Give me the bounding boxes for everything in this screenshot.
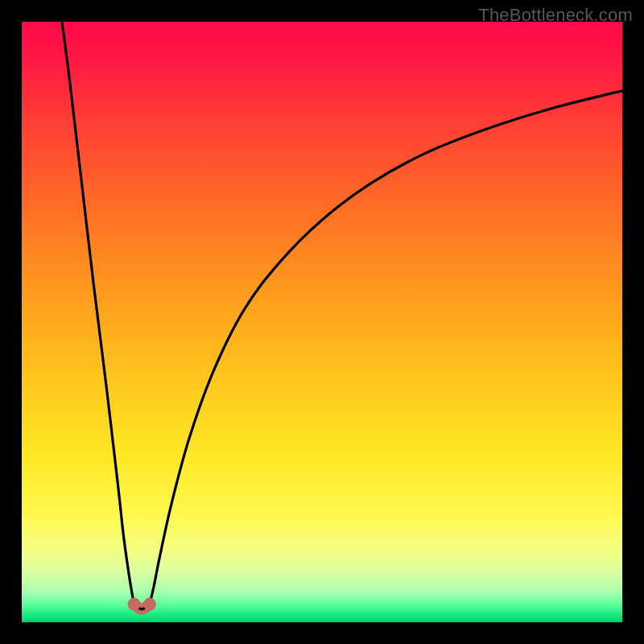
plot-area (22, 22, 622, 622)
chart-frame: TheBottleneck.com (0, 0, 644, 644)
watermark-text: TheBottleneck.com (478, 5, 633, 26)
marker-right (143, 598, 156, 611)
marker-left (128, 598, 141, 611)
curve-layer (22, 22, 622, 622)
bottleneck-curve (62, 22, 622, 609)
